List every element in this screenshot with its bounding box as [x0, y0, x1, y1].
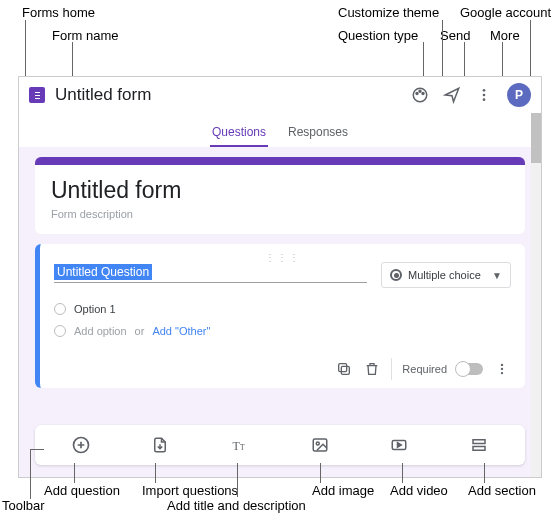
svg-point-13 — [501, 364, 503, 366]
form-name[interactable]: Untitled form — [55, 85, 151, 105]
scrollbar[interactable] — [531, 113, 541, 477]
question-title-text: Untitled Question — [54, 264, 152, 280]
annotation-more: More — [490, 28, 520, 43]
divider — [391, 358, 392, 380]
send-icon[interactable] — [443, 86, 461, 104]
form-title[interactable]: Untitled form — [51, 177, 509, 204]
duplicate-icon[interactable] — [335, 360, 353, 378]
annotation-add-video: Add video — [390, 483, 448, 498]
question-more-icon[interactable] — [493, 360, 511, 378]
svg-point-8 — [483, 89, 486, 92]
add-other-link[interactable]: Add "Other" — [152, 325, 210, 337]
add-section-button[interactable] — [468, 434, 490, 456]
form-description[interactable]: Form description — [51, 208, 509, 220]
annotation-add-section: Add section — [468, 483, 536, 498]
or-label: or — [135, 325, 145, 337]
radio-icon — [54, 325, 66, 337]
required-label: Required — [402, 363, 447, 375]
annotation-add-question: Add question — [44, 483, 120, 498]
import-questions-button[interactable] — [149, 434, 171, 456]
annotation-forms-home: Forms home — [22, 5, 95, 20]
question-footer: Required — [54, 352, 511, 380]
annotation-add-title: Add title and description — [167, 498, 306, 513]
option-row[interactable]: Option 1 — [54, 298, 511, 320]
add-image-button[interactable] — [309, 434, 331, 456]
more-icon[interactable] — [475, 86, 493, 104]
annotation-customize-theme: Customize theme — [338, 5, 439, 20]
annotation-toolbar: Toolbar — [2, 498, 45, 513]
svg-point-14 — [501, 368, 503, 370]
svg-point-15 — [501, 372, 503, 374]
question-type-label: Multiple choice — [408, 269, 481, 281]
add-option-row[interactable]: Add option or Add "Other" — [54, 320, 511, 342]
drag-handle-icon[interactable]: ⋮⋮⋮ — [54, 252, 511, 262]
form-header-card[interactable]: Untitled form Form description — [35, 157, 525, 234]
chevron-down-icon: ▼ — [492, 270, 502, 281]
annotation-add-image: Add image — [312, 483, 374, 498]
svg-rect-1 — [35, 92, 40, 93]
svg-point-10 — [483, 98, 486, 101]
svg-rect-11 — [342, 366, 350, 374]
svg-text:T: T — [240, 443, 245, 452]
annotation-send: Send — [440, 28, 470, 43]
toolbar: TT — [35, 425, 525, 465]
add-title-button[interactable]: TT — [229, 434, 251, 456]
topbar: Untitled form P — [19, 77, 541, 113]
svg-rect-2 — [35, 95, 40, 96]
tabs: Questions Responses — [19, 113, 541, 147]
google-forms-ui: Untitled form P Questions Responses Unti… — [18, 76, 542, 478]
svg-rect-12 — [339, 364, 347, 372]
add-video-button[interactable] — [388, 434, 410, 456]
delete-icon[interactable] — [363, 360, 381, 378]
option-label: Option 1 — [74, 303, 116, 315]
required-toggle[interactable] — [457, 363, 483, 375]
tab-responses[interactable]: Responses — [286, 119, 350, 147]
form-canvas: Untitled form Form description ⋮⋮⋮ Untit… — [19, 147, 541, 388]
svg-point-5 — [416, 93, 418, 95]
add-option-label: Add option — [74, 325, 127, 337]
annotation-google-account: Google account — [460, 5, 551, 20]
question-type-dropdown[interactable]: Multiple choice ▼ — [381, 262, 511, 288]
question-title-field[interactable]: Untitled Question — [54, 262, 367, 283]
question-card[interactable]: ⋮⋮⋮ Untitled Question Multiple choice ▼ … — [35, 244, 525, 388]
svg-rect-3 — [35, 98, 40, 99]
tab-questions[interactable]: Questions — [210, 119, 268, 147]
svg-point-9 — [483, 94, 486, 97]
svg-point-7 — [422, 93, 424, 95]
question-options: Option 1 Add option or Add "Other" — [54, 298, 511, 342]
google-account-avatar[interactable]: P — [507, 83, 531, 107]
forms-home-icon[interactable] — [29, 87, 45, 103]
svg-point-20 — [316, 442, 319, 445]
add-question-button[interactable] — [70, 434, 92, 456]
annotation-question-type: Question type — [338, 28, 418, 43]
annotation-form-name: Form name — [52, 28, 118, 43]
annotation-import-questions: Import questions — [142, 483, 238, 498]
svg-rect-22 — [473, 440, 485, 444]
svg-point-6 — [419, 90, 421, 92]
multiple-choice-icon — [390, 269, 402, 281]
customize-theme-icon[interactable] — [411, 86, 429, 104]
radio-icon — [54, 303, 66, 315]
svg-rect-23 — [473, 447, 485, 451]
